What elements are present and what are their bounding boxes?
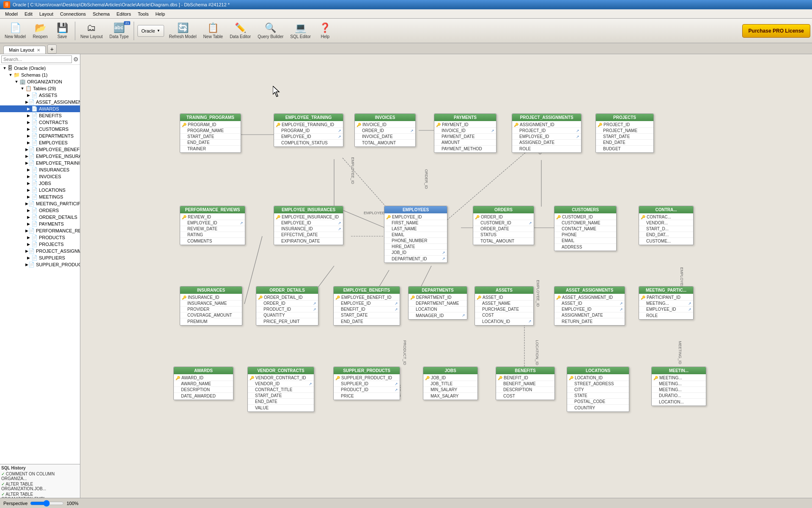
purchase-pro-button[interactable]: Purchase PRO License xyxy=(742,24,810,38)
tab-bar: Main Layout ✕ + xyxy=(0,43,812,54)
sidebar-gear-icon[interactable]: ⚙ xyxy=(73,56,79,63)
table-row: START_DATE xyxy=(334,312,400,318)
tab-close-button[interactable]: ✕ xyxy=(37,48,40,52)
menu-tools[interactable]: Tools xyxy=(134,11,152,17)
table-performance-reviews[interactable]: PERFORMANCE_REVIEWS 🔑REVIEW_ID EMPLOYEE_… xyxy=(180,206,245,245)
sidebar-item-employees[interactable]: ▶ 📄 EMPLOYEES xyxy=(0,139,80,146)
table-contracts[interactable]: CONTRA... 🔑CONTRAC... VENDOR... START_D.… xyxy=(639,206,694,245)
table-icon: 📄 xyxy=(31,133,38,139)
table-employees[interactable]: EMPLOYEES 🔑EMPLOYEE_ID FIRST_NAME LAST_N… xyxy=(384,206,447,263)
table-locations[interactable]: LOCATIONS 🔑LOCATION_ID STREET_ADDRESS CI… xyxy=(567,367,629,412)
sidebar-item-order-details[interactable]: ▶ 📄 ORDER_DETAILS xyxy=(0,214,80,221)
fk-icon: ↗ xyxy=(620,301,623,306)
table-supplier-products[interactable]: SUPPLIER_PRODUCTS 🔑SUPPLIER_PRODUCT_ID S… xyxy=(333,367,400,400)
sidebar-item-locations[interactable]: ▶ 📄 LOCATIONS xyxy=(0,187,80,193)
help-button[interactable]: ❓ Help xyxy=(315,20,336,42)
sidebar-item-schemas[interactable]: ▼ 📁 Schemas (1) xyxy=(0,72,80,78)
sidebar-item-meeting-participants[interactable]: ▶ 📄 MEETING_PARTICIPANTS xyxy=(0,200,80,207)
table-departments[interactable]: DEPARTMENTS 🔑DEPARTMENT_ID DEPARTMENT_NA… xyxy=(408,286,467,320)
sidebar-item-awards[interactable]: ▶ 📄 AWARDS xyxy=(0,105,80,112)
table-row: 🔑LOCATION_ID xyxy=(567,375,629,381)
table-benefits[interactable]: BENEFITS 🔑BENEFIT_ID BENEFIT_NAME DESCRI… xyxy=(496,367,555,400)
sidebar-item-supplier-products[interactable]: ▶ 📄 SUPPLIER_PRODUCTS xyxy=(0,261,80,268)
new-layout-button[interactable]: 🗂 New Layout xyxy=(77,20,106,42)
new-model-button[interactable]: 📄 New Model xyxy=(2,20,29,42)
table-row: PROJECT_NAME xyxy=(596,128,653,134)
sidebar-item-products[interactable]: ▶ 📄 PRODUCTS xyxy=(0,234,80,241)
sidebar-item-employee-training[interactable]: ▶ 📄 EMPLOYEE_TRAINING xyxy=(0,160,80,166)
table-assets[interactable]: ASSETS 🔑ASSET_ID ASSET_NAME PURCHASE_DAT… xyxy=(475,286,534,326)
query-builder-button[interactable]: 🔍 Query Builder xyxy=(255,20,286,42)
table-training-programs[interactable]: TRAINING_PROGRAMS 🔑PROGRAM_ID PROGRAM_NA… xyxy=(180,113,241,153)
sidebar-item-performance-reviews[interactable]: ▶ 📄 PERFORMANCE_REVIEWS xyxy=(0,227,80,234)
table-row: PREMIUM xyxy=(180,318,242,324)
sidebar-item-jobs[interactable]: ▶ 📄 JOBS xyxy=(0,180,80,187)
sidebar-item-oracle[interactable]: ▼ 🗄 Oracle (Oracle) xyxy=(0,65,80,72)
data-type-button[interactable]: 🔤 Data Type 21 xyxy=(107,20,132,42)
menu-help[interactable]: Help xyxy=(152,11,168,17)
add-tab-button[interactable]: + xyxy=(47,44,57,54)
diagram-canvas[interactable]: EMPLOYEE_ID ORDER_ID EMPLOYEE_ID EMPLOYE… xyxy=(80,54,812,498)
sidebar-item-organization[interactable]: ▼ 🏢 ORGANIZATION xyxy=(0,78,80,85)
table-projects[interactable]: PROJECTS 🔑PROJECT_ID PROJECT_NAME START_… xyxy=(595,113,654,153)
table-orders[interactable]: ORDERS 🔑ORDER_ID CUSTOMER_ID↗ ORDER_DATE… xyxy=(473,206,534,245)
sidebar-item-assets[interactable]: ▶ 📄 ASSETS xyxy=(0,92,80,99)
sidebar-item-customers[interactable]: ▶ 📄 CUSTOMERS xyxy=(0,126,80,133)
table-body: 🔑VENDOR_CONTRACT_ID VENDOR_ID↗ CONTRACT_… xyxy=(248,374,314,411)
menu-schema[interactable]: Schema xyxy=(89,11,113,17)
sidebar-item-label: PRODUCTS xyxy=(39,235,65,240)
key-icon: 🔑 xyxy=(410,295,415,300)
oracle-dropdown-button[interactable]: Oracle ▼ xyxy=(137,25,164,37)
table-header: PROJECTS xyxy=(596,114,653,121)
table-project-assignments[interactable]: PROJECT_ASSIGNMENTS 🔑ASSIGNMENT_ID PROJE… xyxy=(512,113,582,153)
sidebar-item-employee-insurances[interactable]: ▶ 📄 EMPLOYEE_INSURANCES xyxy=(0,153,80,160)
data-editor-button[interactable]: ✏️ Data Editor xyxy=(227,20,254,42)
table-employee-insurances[interactable]: EMPLOYEE_INSURANCES 🔑EMPLOYEE_INSURANCE_… xyxy=(274,206,343,245)
sidebar-item-project-assignments[interactable]: ▶ 📄 PROJECT_ASSIGNMENTS xyxy=(0,248,80,254)
sidebar-item-asset-assignments[interactable]: ▶ 📄 ASSET_ASSIGNMENTS xyxy=(0,99,80,105)
table-header: EMPLOYEES xyxy=(384,206,447,213)
sidebar-item-contracts[interactable]: ▶ 📄 CONTRACTS xyxy=(0,119,80,126)
table-meetings[interactable]: MEETIN... 🔑MEETING... MEETING... MEETING… xyxy=(651,367,706,406)
table-asset-assignments[interactable]: ASSET_ASSIGNMENTS 🔑ASSET_ASSIGNMENT_ID A… xyxy=(554,286,625,326)
sidebar-item-orders[interactable]: ▶ 📄 ORDERS xyxy=(0,207,80,214)
sidebar-item-tables[interactable]: ▼ 📋 Tables (29) xyxy=(0,85,80,92)
table-order-details[interactable]: ORDER_DETAILS 🔑ORDER_DETAIL_ID ORDER_ID↗… xyxy=(256,286,318,326)
main-layout-tab[interactable]: Main Layout ✕ xyxy=(3,46,46,54)
menu-model[interactable]: Model xyxy=(2,11,21,17)
menu-layout[interactable]: Layout xyxy=(36,11,57,17)
sidebar-item-projects[interactable]: ▶ 📄 PROJECTS xyxy=(0,241,80,248)
sidebar-search-input[interactable] xyxy=(1,55,72,63)
table-jobs[interactable]: JOBS 🔑JOB_ID JOB_TITLE MIN_SALARY MAX_SA… xyxy=(423,367,478,400)
sidebar-item-invoices[interactable]: ▶ 📄 INVOICES xyxy=(0,173,80,180)
table-awards[interactable]: AWARDS 🔑AWARD_ID AWARD_NAME DESCRIPTION … xyxy=(173,367,233,400)
sidebar-item-benefits[interactable]: ▶ 📄 BENEFITS xyxy=(0,112,80,119)
table-invoices[interactable]: INVOICES 🔑INVOICE_ID ORDER_ID↗ INVOICE_D… xyxy=(354,113,416,147)
sql-editor-button[interactable]: 💻 SQL Editor xyxy=(287,20,314,42)
menu-edit[interactable]: Edit xyxy=(21,11,36,17)
perspective-slider[interactable] xyxy=(30,500,64,507)
table-icon: 📄 xyxy=(31,167,38,173)
save-button[interactable]: 💾 Save xyxy=(52,20,73,42)
table-row: EXPIRATION_DATE xyxy=(274,238,343,244)
table-employee-training[interactable]: EMPLOYEE_TRAINING 🔑EMPLOYEE_TRAINING_ID … xyxy=(274,113,343,147)
table-vendor-contracts[interactable]: VENDOR_CONTRACTS 🔑VENDOR_CONTRACT_ID VEN… xyxy=(247,367,314,412)
table-meeting-participants[interactable]: MEETING_PARTIC... 🔑PARTICIPANT_ID MEETIN… xyxy=(639,286,694,320)
sidebar-item-departments[interactable]: ▶ 📄 DEPARTMENTS xyxy=(0,133,80,139)
sidebar-item-meetings[interactable]: ▶ 📄 MEETINGS xyxy=(0,193,80,200)
sidebar-item-employee-benefits[interactable]: ▶ 📄 EMPLOYEE_BENEFITS xyxy=(0,146,80,153)
new-table-button[interactable]: 📋 New Table xyxy=(200,20,226,42)
perspective-bar: Perspective 100% xyxy=(0,498,812,508)
menu-connections[interactable]: Connections xyxy=(57,11,89,17)
refresh-model-button[interactable]: 🔄 Refresh Model xyxy=(166,20,200,42)
sidebar-item-insurances[interactable]: ▶ 📄 INSURANCES xyxy=(0,166,80,173)
menu-editors[interactable]: Editors xyxy=(113,11,134,17)
table-row: 🔑CUSTOMER_ID xyxy=(554,214,616,220)
table-employee-benefits[interactable]: EMPLOYEE_BENEFITS 🔑EMPLOYEE_BENEFIT_ID E… xyxy=(333,286,400,326)
sidebar-item-payments[interactable]: ▶ 📄 PAYMENTS xyxy=(0,221,80,227)
reopen-button[interactable]: 📂 Reopen xyxy=(30,20,51,42)
table-insurances[interactable]: INSURANCES 🔑INSURANCE_ID INSURANCE_NAME … xyxy=(180,286,242,326)
table-payments[interactable]: PAYMENTS 🔑PAYMENT_ID INVOICE_ID↗ PAYMENT… xyxy=(434,113,497,153)
table-customers[interactable]: CUSTOMERS 🔑CUSTOMER_ID CUSTOMER_NAME CON… xyxy=(554,206,617,251)
sidebar-item-suppliers[interactable]: ▶ 📄 SUPPLIERS xyxy=(0,254,80,261)
